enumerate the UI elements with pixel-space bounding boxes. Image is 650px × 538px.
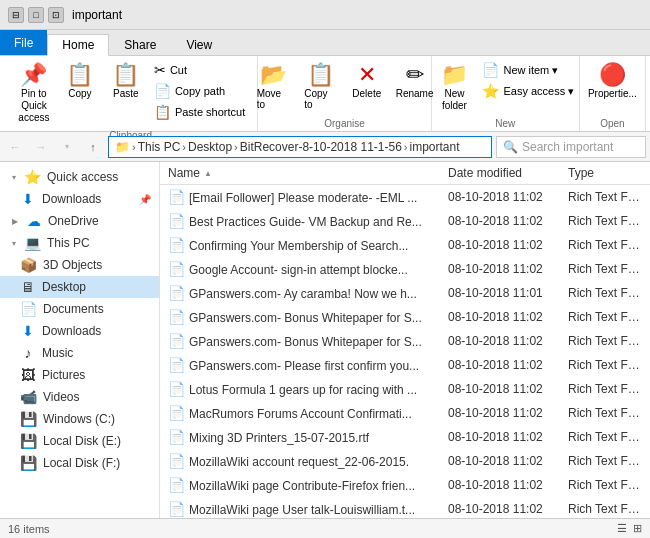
status-bar: 16 items ☰ ⊞ (0, 518, 650, 538)
sidebar-item-quick-access[interactable]: ▾ ⭐ Quick access (0, 166, 159, 188)
copy-path-icon: 📄 (154, 83, 171, 99)
sort-arrow: ▲ (204, 169, 212, 178)
file-row[interactable]: 📄MacRumors Forums Account Confirmati... … (160, 401, 650, 425)
file-name-cell: 📄Mixing 3D Printers_15-07-2015.rtf (160, 427, 440, 447)
forward-button[interactable]: → (30, 136, 52, 158)
paste-button[interactable]: 📋 Paste (104, 60, 148, 103)
properties-button[interactable]: 🔴 Propertie... (582, 60, 643, 103)
file-row[interactable]: 📄GPanswers.com- Bonus Whitepaper for S..… (160, 329, 650, 353)
file-type-cell: Rich Text Format (560, 308, 650, 326)
paste-shortcut-button[interactable]: 📋 Paste shortcut (150, 102, 249, 122)
new-folder-button[interactable]: 📁 New folder (432, 60, 476, 116)
col-header-date[interactable]: Date modified (440, 162, 560, 184)
easy-access-label: Easy access ▾ (503, 85, 574, 98)
file-row[interactable]: 📄MozillaWiki account request_22-06-2015.… (160, 449, 650, 473)
pin-to-quick-access-button[interactable]: 📌 Pin to Quick access (12, 60, 56, 128)
list-view-icon[interactable]: ☰ (617, 522, 627, 535)
new-item-button[interactable]: 📄 New item ▾ (478, 60, 578, 80)
recent-button[interactable]: ▾ (56, 136, 78, 158)
sidebar-item-this-pc[interactable]: ▾ 💻 This PC (0, 232, 159, 254)
file-icon: 📄 (168, 405, 185, 421)
new-folder-icon: 📁 (441, 64, 468, 86)
copy-path-label: Copy path (175, 85, 225, 97)
file-row[interactable]: 📄MozillaWiki page User talk-Louiswilliam… (160, 497, 650, 518)
back-button[interactable]: ← (4, 136, 26, 158)
file-icon: 📄 (168, 285, 185, 301)
file-row[interactable]: 📄Google Account- sign-in attempt blocke.… (160, 257, 650, 281)
sidebar-item-local-f[interactable]: 💾 Local Disk (F:) (0, 452, 159, 474)
search-placeholder: Search important (522, 140, 613, 154)
downloads-pin: 📌 (139, 194, 151, 205)
file-icon: 📄 (168, 213, 185, 229)
delete-button[interactable]: ✕ Delete (345, 60, 389, 103)
this-pc-arrow: ▾ (12, 239, 16, 248)
file-row[interactable]: 📄GPanswers.com- Bonus Whitepaper for S..… (160, 305, 650, 329)
path-this-pc[interactable]: This PC (138, 140, 181, 154)
cut-button[interactable]: ✂ Cut (150, 60, 249, 80)
file-row[interactable]: 📄Lotus Formula 1 gears up for racing wit… (160, 377, 650, 401)
onedrive-arrow: ▶ (12, 217, 18, 226)
file-name-cell: 📄Best Practices Guide- VM Backup and Re.… (160, 211, 440, 231)
sidebar-label-music: Music (42, 346, 73, 360)
move-to-button[interactable]: 📂 Move to (251, 60, 297, 114)
videos-icon: 📹 (20, 389, 37, 405)
file-row[interactable]: 📄Best Practices Guide- VM Backup and Re.… (160, 209, 650, 233)
copy-to-button[interactable]: 📋 Copy to (298, 60, 343, 114)
copy-path-button[interactable]: 📄 Copy path (150, 81, 249, 101)
new-group: 📁 New folder 📄 New item ▾ ⭐ Easy access … (432, 56, 580, 131)
file-icon: 📄 (168, 501, 185, 517)
title-text: important (72, 8, 122, 22)
tab-share[interactable]: Share (109, 33, 171, 55)
file-name-cell: 📄GPanswers.com- Ay caramba! Now we h... (160, 283, 440, 303)
file-name-cell: 📄MozillaWiki page Contribute-Firefox fri… (160, 475, 440, 495)
file-row[interactable]: 📄Mixing 3D Printers_15-07-2015.rtf 08-10… (160, 425, 650, 449)
up-button[interactable]: ↑ (82, 136, 104, 158)
sidebar-item-3d-objects[interactable]: 📦 3D Objects (0, 254, 159, 276)
path-important[interactable]: important (410, 140, 460, 154)
new-small-buttons: 📄 New item ▾ ⭐ Easy access ▾ (478, 60, 578, 101)
sidebar-item-documents[interactable]: 📄 Documents (0, 298, 159, 320)
title-icon-2[interactable]: □ (28, 7, 44, 23)
sidebar-label-local-f: Local Disk (F:) (43, 456, 120, 470)
file-area: Name ▲ Date modified Type 📄[Email Follow… (160, 162, 650, 518)
downloads2-icon: ⬇ (20, 323, 36, 339)
search-box[interactable]: 🔍 Search important (496, 136, 646, 158)
tab-view[interactable]: View (171, 33, 227, 55)
path-bitrecover[interactable]: BitRecover-8-10-2018 11-1-56 (240, 140, 402, 154)
detail-view-icon[interactable]: ⊞ (633, 522, 642, 535)
easy-access-button[interactable]: ⭐ Easy access ▾ (478, 81, 578, 101)
sidebar-item-onedrive[interactable]: ▶ ☁ OneDrive (0, 210, 159, 232)
rename-icon: ✏ (406, 64, 424, 86)
file-type-cell: Rich Text Format (560, 236, 650, 254)
sidebar-item-videos[interactable]: 📹 Videos (0, 386, 159, 408)
sidebar-item-downloads2[interactable]: ⬇ Downloads (0, 320, 159, 342)
copy-button[interactable]: 📋 Copy (58, 60, 102, 103)
file-icon: 📄 (168, 333, 185, 349)
file-row[interactable]: 📄[Email Follower] Please moderate- -EML … (160, 185, 650, 209)
title-icon-1[interactable]: ⊟ (8, 7, 24, 23)
file-name-cell: 📄MozillaWiki account request_22-06-2015. (160, 451, 440, 471)
sidebar-item-downloads[interactable]: ⬇ Downloads 📌 (0, 188, 159, 210)
title-icon-3[interactable]: ⊡ (48, 7, 64, 23)
file-date-cell: 08-10-2018 11:02 (440, 476, 560, 494)
path-desktop[interactable]: Desktop (188, 140, 232, 154)
sidebar-label-desktop: Desktop (42, 280, 86, 294)
tab-home[interactable]: Home (47, 34, 109, 56)
file-row[interactable]: 📄MozillaWiki page Contribute-Firefox fri… (160, 473, 650, 497)
tab-file[interactable]: File (0, 30, 47, 55)
sidebar-item-pictures[interactable]: 🖼 Pictures (0, 364, 159, 386)
sidebar-item-desktop[interactable]: 🖥 Desktop (0, 276, 159, 298)
file-row[interactable]: 📄GPanswers.com- Please first confirm you… (160, 353, 650, 377)
col-header-type[interactable]: Type (560, 162, 650, 184)
sidebar-item-local-e[interactable]: 💾 Local Disk (E:) (0, 430, 159, 452)
file-row[interactable]: 📄Confirming Your Membership of Search...… (160, 233, 650, 257)
local-f-icon: 💾 (20, 455, 37, 471)
address-path[interactable]: 📁 › This PC › Desktop › BitRecover-8-10-… (108, 136, 492, 158)
col-header-name[interactable]: Name ▲ (160, 162, 440, 184)
sidebar-label-quick-access: Quick access (47, 170, 118, 184)
sidebar-item-music[interactable]: ♪ Music (0, 342, 159, 364)
sidebar-item-windows-c[interactable]: 💾 Windows (C:) (0, 408, 159, 430)
file-row[interactable]: 📄GPanswers.com- Ay caramba! Now we h... … (160, 281, 650, 305)
clipboard-small-buttons: ✂ Cut 📄 Copy path 📋 Paste shortcut (150, 60, 249, 122)
paste-label: Paste (113, 88, 139, 99)
